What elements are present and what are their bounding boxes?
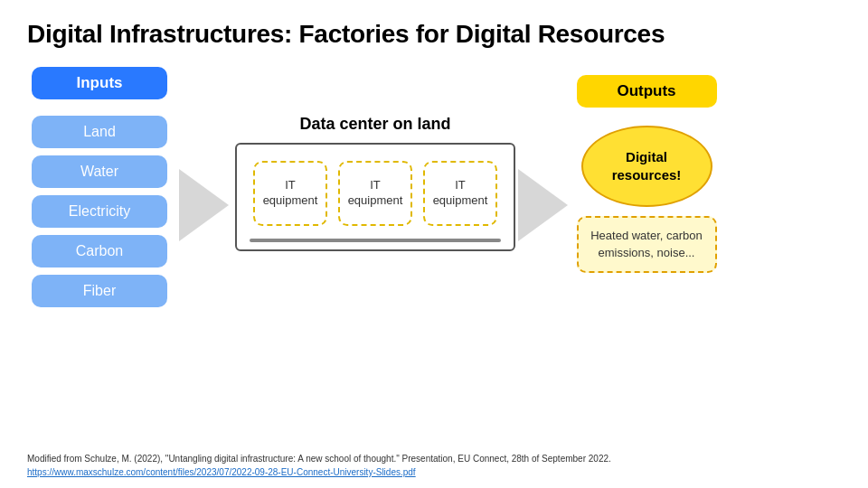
arrow-out-shape xyxy=(518,169,568,241)
inputs-header: Inputs xyxy=(32,67,167,99)
page-title: Digital Infrastructures: Factories for D… xyxy=(0,0,868,58)
arrow-out xyxy=(515,169,570,241)
it-equipment-1: ITequipment xyxy=(253,161,327,226)
digital-resources-box: Digital resources! xyxy=(581,126,712,207)
datacenter-underline xyxy=(250,239,501,242)
outputs-header: Outputs xyxy=(577,75,717,108)
it-equipment-2: ITequipment xyxy=(338,161,412,226)
input-item-fiber: Fiber xyxy=(32,275,167,307)
equipment-row: ITequipment ITequipment ITequipment xyxy=(253,161,497,226)
arrow-in xyxy=(172,169,235,241)
input-item-electricity: Electricity xyxy=(32,195,167,228)
input-item-carbon: Carbon xyxy=(32,235,167,267)
outputs-section: Outputs Digital resources! Heated water,… xyxy=(570,75,723,273)
citation: Modified from Schulze, M. (2022), "Untan… xyxy=(27,452,611,479)
input-item-water: Water xyxy=(32,155,167,188)
it-equipment-3: ITequipment xyxy=(423,161,497,226)
input-item-land: Land xyxy=(32,116,167,148)
byproducts-box: Heated water, carbon emissions, noise... xyxy=(577,216,717,273)
arrow-in-shape xyxy=(179,169,229,241)
datacenter-box: ITequipment ITequipment ITequipment xyxy=(235,143,515,251)
datacenter-section: Data center on land ITequipment ITequipm… xyxy=(235,115,515,251)
datacenter-title: Data center on land xyxy=(299,115,450,134)
inputs-column: Inputs Land Water Electricity Carbon Fib… xyxy=(27,67,172,307)
citation-link[interactable]: https://www.maxschulze.com/content/files… xyxy=(27,467,416,477)
citation-text: Modified from Schulze, M. (2022), "Untan… xyxy=(27,454,611,464)
